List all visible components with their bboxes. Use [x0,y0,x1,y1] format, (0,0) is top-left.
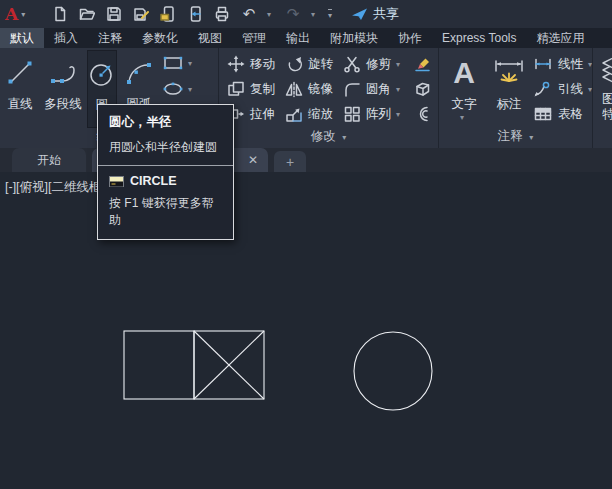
ribbon: 直线 多段线 圆 [0,48,612,148]
rotate-tool-button[interactable]: 旋转 [285,54,333,74]
undo-icon: ↶ [243,7,256,22]
drawn-rectangle-left [124,331,194,399]
application-menu-button[interactable]: A ▾ [5,4,39,24]
array-icon [343,105,361,123]
join-icon [413,105,433,123]
new-drawing-tab-button[interactable]: + [274,151,306,172]
tab-featured-apps[interactable]: 精选应用 [526,28,594,48]
new-file-button[interactable] [51,4,69,24]
redo-icon: ↷ [287,7,300,22]
linear-dim-icon [533,56,553,72]
printer-icon [214,6,230,22]
tab-express-tools[interactable]: Express Tools [432,28,526,48]
plus-icon: + [286,154,294,170]
mobile-save-icon [187,6,203,22]
save-button[interactable] [105,4,123,24]
close-icon[interactable]: ✕ [248,153,258,167]
text-tool-label: 文字 [452,96,477,113]
panel-separator [592,48,593,148]
save-icon [106,6,122,22]
move-tool-button[interactable]: 移动 [227,54,275,74]
circle-command-tooltip: 圆心，半径 用圆心和半径创建圆 CIRCLE 按 F1 键获得更多帮助 [97,104,234,240]
fillet-dropdown[interactable]: ▾ [396,85,404,94]
mobile-open-icon [160,6,176,22]
chevron-down-icon: ▾ [188,85,196,94]
undo-dropdown[interactable]: ▾ [267,10,275,19]
titlebar: A ▾ [0,0,612,28]
array-tool-button[interactable]: 阵列 ▾ [343,104,404,124]
tab-collaborate[interactable]: 协作 [388,28,432,48]
open-from-web-mobile-button[interactable] [159,4,177,24]
text-tool-button[interactable]: A 文字 ▾ [445,50,483,124]
rectangle-icon [162,55,184,71]
drawn-circle [354,332,432,410]
line-icon [5,58,35,88]
autocad-logo: A [5,4,18,24]
dimension-tool-button[interactable]: 标注 [487,50,531,124]
tooltip-command-name: CIRCLE [130,174,177,188]
drawing-canvas[interactable]: [-][俯视][二维线框] [0,172,612,489]
paper-plane-icon [351,7,369,21]
polyline-tool-button[interactable]: 多段线 [40,50,86,124]
linear-dim-button[interactable]: 线性 ▾ [533,54,596,74]
leader-button[interactable]: 引线 ▾ [533,79,596,99]
ribbon-tab-bar: 默认 插入 注释 参数化 视图 管理 输出 附加模块 协作 Express To… [0,28,612,48]
command-line-icon [109,176,124,187]
trim-scissors-icon [343,55,361,73]
share-button[interactable]: 共享 [351,5,399,23]
tab-view[interactable]: 视图 [188,28,232,48]
plot-button[interactable] [213,4,231,24]
tab-addins[interactable]: 附加模块 [320,28,388,48]
erase-icon [413,55,433,73]
open-folder-icon [79,6,95,22]
layer-properties-button[interactable] [598,54,612,88]
panel-annotation: A 文字 ▾ 标注 [439,48,592,148]
share-label: 共享 [373,5,399,23]
trim-tool-button[interactable]: 修剪 ▾ [343,54,404,74]
redo-button[interactable]: ↷ [284,4,302,24]
panel-modify-label[interactable]: 修改 ▾ [219,128,438,145]
leader-icon [533,81,553,97]
tooltip-description: 用圆心和半径创建圆 [109,139,222,156]
tab-output[interactable]: 输出 [276,28,320,48]
trim-dropdown[interactable]: ▾ [396,60,404,69]
chevron-down-icon: ▾ [529,133,533,142]
panel-modify: 移动 复制 拉伸 旋转 [219,48,438,148]
rectangle-tool-button[interactable]: ▾ [162,55,196,71]
stretch-tool-button[interactable]: 拉伸 [227,104,275,124]
polyline-tool-label: 多段线 [44,96,82,113]
fillet-tool-button[interactable]: 圆角 ▾ [343,79,404,99]
redo-dropdown[interactable]: ▾ [311,10,319,19]
mirror-icon [285,80,303,98]
fillet-icon [343,80,361,98]
tooltip-title: 圆心，半径 [109,114,222,131]
file-tab-start[interactable]: 开始 [12,148,86,172]
line-tool-button[interactable]: 直线 [2,50,38,124]
tab-insert[interactable]: 插入 [44,28,88,48]
array-dropdown[interactable]: ▾ [396,110,404,119]
ellipse-icon [162,81,184,97]
join-tool-button[interactable] [413,104,433,124]
tab-home[interactable]: 默认 [0,28,44,48]
erase-tool-button[interactable] [413,54,433,74]
chevron-down-icon: ▾ [188,59,196,68]
tab-manage[interactable]: 管理 [232,28,276,48]
save-as-button[interactable] [132,4,150,24]
text-dropdown[interactable]: ▾ [460,113,468,122]
table-button[interactable]: 表格 [533,104,583,124]
undo-button[interactable]: ↶ [240,4,258,24]
text-icon: A [453,58,475,88]
save-to-web-mobile-button[interactable] [186,4,204,24]
tooltip-help-text: 按 F1 键获得更多帮助 [98,188,233,239]
mirror-tool-button[interactable]: 镜像 [285,79,333,99]
scale-tool-button[interactable]: 缩放 [285,104,333,124]
tab-parametric[interactable]: 参数化 [132,28,188,48]
customize-qat-button[interactable]: ▾ [328,9,332,20]
tab-annotate[interactable]: 注释 [88,28,132,48]
explode-tool-button[interactable] [413,79,433,99]
save-as-icon [133,6,149,22]
panel-annotation-label[interactable]: 注释 ▾ [439,128,592,145]
copy-tool-button[interactable]: 复制 [227,79,275,99]
open-file-button[interactable] [78,4,96,24]
ellipse-tool-button[interactable]: ▾ [162,81,196,97]
